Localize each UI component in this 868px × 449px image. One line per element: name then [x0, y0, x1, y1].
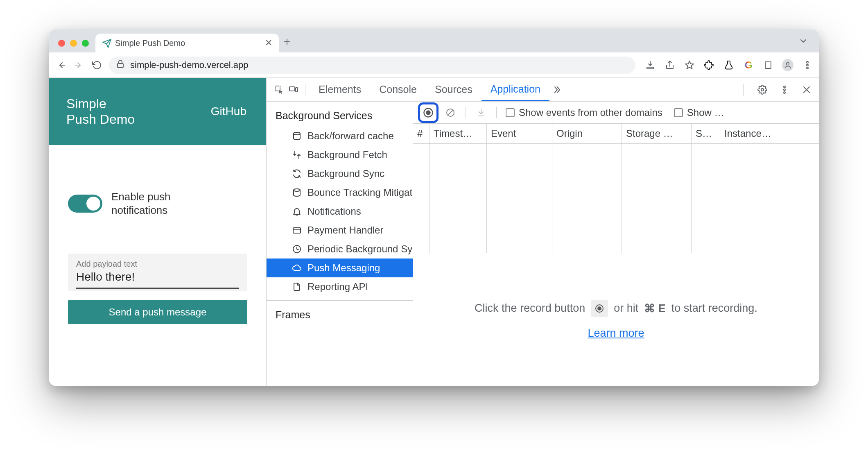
bookmark-star-icon[interactable]	[684, 59, 695, 71]
page-header: Simple Push Demo GitHub	[49, 78, 266, 145]
svg-point-21	[294, 189, 300, 191]
sidebar-item-bg-fetch[interactable]: Background Fetch	[267, 145, 413, 164]
col-storage[interactable]: Storage …	[622, 124, 692, 143]
push-toggle-label: Enable push notifications	[111, 190, 171, 217]
sidebar-item-push[interactable]: Push Messaging	[267, 259, 413, 277]
col-ts[interactable]: Timest…	[429, 124, 487, 143]
tab-overflow-icon[interactable]	[798, 36, 815, 52]
tab-title: Simple Push Demo	[115, 39, 185, 48]
sidebar-item-reporting[interactable]: Reporting API	[267, 277, 413, 296]
svg-rect-3	[647, 67, 653, 69]
svg-point-26	[426, 111, 430, 114]
clear-icon[interactable]	[444, 108, 457, 118]
events-table-body	[413, 144, 819, 253]
extensions-icon[interactable]	[703, 59, 715, 71]
svg-rect-6	[765, 62, 771, 68]
browser-toolbar: simple-push-demo.vercel.app G	[49, 52, 819, 78]
tab-application[interactable]: Application	[481, 78, 549, 101]
nav-forward-button[interactable]	[73, 60, 85, 70]
kebab-menu-icon[interactable]	[802, 59, 813, 71]
window-zoom[interactable]	[82, 40, 89, 47]
sidebar-section-frames: Frames	[267, 301, 413, 326]
address-bar[interactable]: simple-push-demo.vercel.app	[109, 57, 635, 74]
svg-point-10	[807, 67, 808, 69]
labs-icon[interactable]	[723, 59, 735, 71]
more-tabs-icon[interactable]	[549, 85, 564, 95]
settings-gear-icon[interactable]	[755, 85, 770, 95]
col-num[interactable]: #	[413, 124, 429, 143]
sidebar-item-bounce[interactable]: Bounce Tracking Mitigations	[267, 183, 413, 202]
svg-point-16	[784, 89, 785, 91]
sidebar-section-bg-services: Background Services	[267, 102, 413, 127]
sidebar-item-payment[interactable]: Payment Handler	[267, 221, 413, 240]
devtools-close-icon[interactable]	[799, 85, 814, 95]
empty-state: Click the record button or hit ⌘ E to st…	[413, 253, 819, 386]
payload-input[interactable]	[76, 269, 239, 289]
svg-point-17	[784, 92, 785, 93]
col-instance[interactable]: Instance…	[720, 124, 819, 143]
new-tab-button[interactable]: ＋	[279, 34, 295, 52]
devtools-main: Show events from other domains Show … # …	[413, 102, 819, 386]
paper-plane-icon	[102, 39, 111, 48]
col-s[interactable]: S…	[692, 124, 720, 143]
install-icon[interactable]	[644, 59, 656, 71]
svg-point-15	[784, 86, 785, 88]
devtools-tabbar: Elements Console Sources Application	[267, 78, 819, 102]
profile-avatar[interactable]	[782, 59, 793, 71]
col-origin[interactable]: Origin	[552, 124, 622, 143]
content-area: Simple Push Demo GitHub Enable push noti…	[49, 78, 819, 386]
svg-point-14	[761, 88, 764, 91]
svg-rect-12	[289, 87, 295, 91]
devtools-sidebar: Background Services Back/forward cache B…	[267, 102, 413, 386]
tab-elements[interactable]: Elements	[310, 78, 370, 101]
payload-field-wrap: Add payload text	[68, 254, 247, 291]
devtools-menu-icon[interactable]	[777, 85, 792, 95]
push-toggle-row: Enable push notifications	[68, 190, 247, 217]
kbd-shortcut: ⌘ E	[644, 302, 666, 315]
reading-list-icon[interactable]	[762, 59, 774, 71]
col-event[interactable]: Event	[487, 124, 552, 143]
sidebar-item-bfcache[interactable]: Back/forward cache	[267, 127, 413, 145]
svg-rect-13	[296, 88, 298, 92]
browser-window: Simple Push Demo ✕ ＋ simple-push-demo.ve…	[49, 29, 819, 386]
tab-close-icon[interactable]: ✕	[265, 38, 272, 48]
google-apps-icon[interactable]: G	[743, 59, 754, 71]
lock-icon	[115, 59, 125, 71]
save-icon[interactable]	[475, 108, 487, 118]
device-toolbar-icon[interactable]	[286, 85, 301, 95]
svg-point-20	[294, 132, 300, 135]
show-other-domains-checkbox[interactable]: Show events from other domains	[506, 107, 662, 118]
learn-more-link[interactable]: Learn more	[588, 327, 644, 340]
sidebar-item-periodic[interactable]: Periodic Background Sync	[267, 240, 413, 259]
sidebar-item-bg-sync[interactable]: Background Sync	[267, 164, 413, 183]
browser-tab[interactable]: Simple Push Demo ✕	[95, 34, 279, 52]
tab-sources[interactable]: Sources	[426, 78, 481, 101]
show-truncated-checkbox[interactable]: Show …	[674, 107, 724, 118]
devtools-subtoolbar: Show events from other domains Show …	[413, 102, 819, 124]
url-text: simple-push-demo.vercel.app	[130, 60, 249, 70]
nav-back-button[interactable]	[55, 60, 67, 70]
devtools-body: Background Services Back/forward cache B…	[267, 102, 819, 386]
send-push-button[interactable]: Send a push message	[68, 300, 247, 324]
window-controls	[54, 40, 95, 52]
tab-console[interactable]: Console	[370, 78, 426, 101]
nav-reload-button[interactable]	[91, 60, 103, 70]
sidebar-item-notifications[interactable]: Notifications	[267, 202, 413, 221]
svg-point-9	[807, 64, 808, 66]
webpage: Simple Push Demo GitHub Enable push noti…	[49, 78, 266, 386]
tab-strip: Simple Push Demo ✕ ＋	[49, 29, 819, 52]
devtools-panel: Elements Console Sources Application Bac…	[266, 78, 819, 386]
push-toggle[interactable]	[68, 195, 102, 213]
share-icon[interactable]	[664, 59, 676, 71]
page-title: Simple Push Demo	[66, 96, 135, 127]
record-icon	[591, 300, 608, 317]
github-link[interactable]: GitHub	[211, 105, 246, 118]
svg-point-7	[787, 62, 789, 65]
svg-line-28	[448, 110, 453, 115]
svg-rect-2	[118, 63, 123, 68]
payload-label: Add payload text	[76, 259, 137, 268]
window-minimize[interactable]	[70, 40, 77, 47]
window-close[interactable]	[58, 40, 65, 47]
record-button[interactable]	[418, 102, 439, 123]
inspect-element-icon[interactable]	[271, 85, 286, 95]
